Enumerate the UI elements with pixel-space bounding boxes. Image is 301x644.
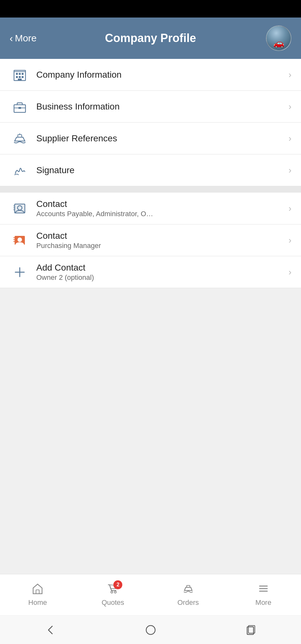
avatar[interactable]: 🚗 — [266, 25, 291, 51]
contact-2-content: Contact Purchasing Manager — [30, 231, 289, 250]
contact-section: Contact Accounts Payable, Administrator,… — [0, 193, 301, 288]
signature-title: Signature — [36, 165, 282, 175]
svg-point-28 — [114, 591, 116, 593]
add-contact-content: Add Contact Owner 2 (optional) — [30, 263, 289, 282]
orders-ship-icon — [183, 583, 194, 597]
chevron-right-icon: › — [289, 102, 291, 112]
chevron-right-icon: › — [289, 70, 291, 80]
plus-icon — [10, 262, 30, 282]
tab-bar: Home 2 Quotes Orders — [0, 574, 301, 615]
sys-home-button[interactable] — [143, 622, 159, 638]
menu-item-supplier-references[interactable]: Supplier References › — [0, 123, 301, 154]
cart-icon: 2 — [107, 583, 118, 597]
status-bar — [0, 0, 301, 18]
tab-more-label: More — [255, 598, 271, 607]
sys-back-button[interactable] — [42, 622, 58, 638]
company-information-content: Company Information — [30, 70, 289, 80]
tab-home-label: Home — [28, 598, 47, 607]
signature-icon — [10, 160, 30, 180]
contact-blue-icon — [10, 198, 30, 219]
business-information-content: Business Information — [30, 102, 289, 112]
business-information-title: Business Information — [36, 102, 282, 112]
tab-quotes[interactable]: 2 Quotes — [75, 583, 150, 607]
avatar-icon: 🚗 — [273, 38, 284, 48]
quotes-badge: 2 — [113, 580, 122, 589]
add-contact-subtitle: Owner 2 (optional) — [36, 273, 282, 282]
menu-item-contact-1[interactable]: Contact Accounts Payable, Administrator,… — [0, 193, 301, 224]
menu-item-add-contact[interactable]: Add Contact Owner 2 (optional) › — [0, 256, 301, 288]
svg-rect-1 — [16, 73, 18, 75]
supplier-references-title: Supplier References — [36, 133, 282, 144]
system-nav-bar — [0, 615, 301, 644]
svg-rect-2 — [19, 73, 21, 75]
svg-rect-8 — [18, 79, 22, 81]
back-label: More — [15, 33, 37, 44]
building-icon — [10, 65, 30, 85]
home-icon — [32, 583, 43, 597]
contact-orange-icon — [10, 230, 30, 251]
menu-item-signature[interactable]: Signature › — [0, 154, 301, 186]
svg-rect-5 — [19, 76, 21, 78]
nav-header: ‹ More Company Profile 🚗 — [0, 18, 301, 59]
avatar-image: 🚗 — [267, 25, 291, 51]
main-menu-section: Company Information › Business Informati… — [0, 59, 301, 186]
svg-rect-26 — [36, 590, 39, 594]
page-title: Company Profile — [105, 32, 196, 45]
ship-icon — [10, 128, 30, 149]
section-separator — [0, 186, 301, 193]
tab-orders-label: Orders — [177, 598, 199, 607]
back-chevron-icon: ‹ — [10, 33, 13, 43]
chevron-right-icon: › — [289, 203, 291, 214]
tab-more[interactable]: More — [226, 583, 301, 607]
tab-home[interactable]: Home — [0, 583, 75, 607]
supplier-references-content: Supplier References — [30, 133, 289, 144]
svg-rect-4 — [16, 76, 18, 78]
svg-rect-3 — [22, 73, 24, 75]
menu-item-business-information[interactable]: Business Information › — [0, 91, 301, 123]
contact-1-subtitle: Accounts Payable, Administrator, O… — [36, 210, 282, 218]
chevron-right-icon: › — [289, 267, 291, 277]
svg-rect-29 — [187, 585, 190, 587]
tab-orders[interactable]: Orders — [151, 583, 226, 607]
svg-rect-11 — [18, 107, 21, 109]
contact-1-title: Contact — [36, 199, 282, 209]
contact-2-subtitle: Purchasing Manager — [36, 242, 282, 250]
menu-item-contact-2[interactable]: Contact Purchasing Manager › — [0, 224, 301, 256]
svg-point-27 — [111, 591, 113, 593]
menu-item-company-information[interactable]: Company Information › — [0, 59, 301, 91]
company-information-title: Company Information — [36, 70, 282, 80]
add-contact-title: Add Contact — [36, 263, 282, 273]
back-button[interactable]: ‹ More — [10, 33, 37, 44]
chevron-right-icon: › — [289, 235, 291, 245]
svg-point-20 — [18, 237, 22, 242]
tab-quotes-label: Quotes — [102, 598, 124, 607]
briefcase-icon — [10, 96, 30, 117]
svg-rect-6 — [22, 76, 24, 78]
sys-recents-button[interactable] — [243, 622, 259, 638]
empty-area — [0, 288, 301, 574]
contact-1-content: Contact Accounts Payable, Administrator,… — [30, 199, 289, 218]
menu-icon — [258, 583, 269, 597]
svg-point-33 — [146, 626, 155, 634]
signature-content: Signature — [30, 165, 289, 175]
chevron-right-icon: › — [289, 165, 291, 175]
contact-2-title: Contact — [36, 231, 282, 241]
chevron-right-icon: › — [289, 133, 291, 144]
